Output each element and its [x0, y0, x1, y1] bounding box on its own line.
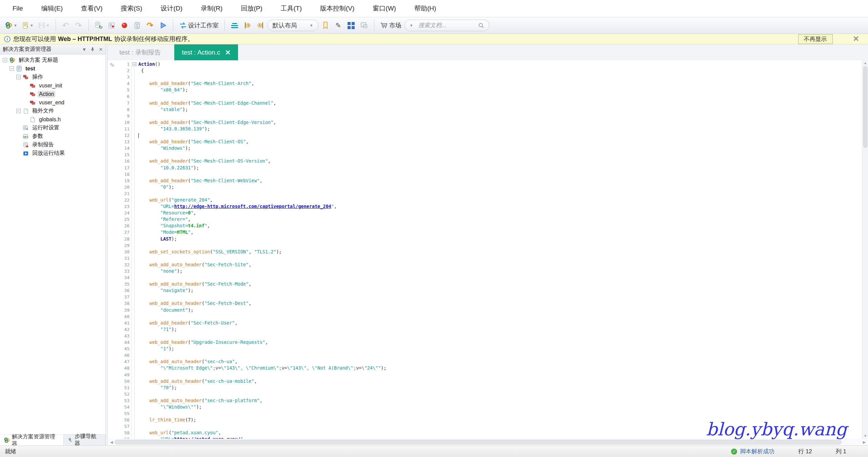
- bookmark-button[interactable]: [320, 19, 331, 32]
- recording-options-button[interactable]: [106, 19, 117, 32]
- line-number: 9: [120, 113, 132, 119]
- collapse-icon[interactable]: −: [16, 75, 21, 79]
- line-number: 56: [120, 417, 132, 423]
- gutter-margin: [108, 281, 120, 287]
- runtime-settings-button[interactable]: [132, 19, 143, 32]
- new-script-button[interactable]: ▼: [20, 19, 35, 32]
- vertical-scroll-thumb[interactable]: [863, 66, 867, 148]
- snapshot-list-button[interactable]: [229, 19, 240, 32]
- tree-item--[interactable]: 运行时设置: [0, 124, 105, 132]
- rings-icon: [9, 57, 15, 63]
- menu-item[interactable]: 查看(V): [72, 2, 112, 15]
- toolbar-separator: [88, 20, 89, 31]
- tree-item--[interactable]: −额外文件: [0, 107, 105, 115]
- prev-step-button[interactable]: [242, 19, 253, 32]
- windows-button[interactable]: [358, 19, 370, 32]
- design-studio-button[interactable]: 设计工作室: [177, 19, 220, 32]
- menu-item[interactable]: 帮助(H): [405, 2, 445, 15]
- undo-button[interactable]: ↶: [60, 19, 72, 32]
- menu-item[interactable]: 编辑(E): [32, 2, 72, 15]
- cart-icon: [380, 22, 388, 29]
- vugen-window: File编辑(E)查看(V)搜索(S)设计(D)录制(R)回放(P)工具(T)版…: [0, 0, 868, 457]
- collapse-icon[interactable]: −: [9, 66, 14, 71]
- code-area[interactable]: 1−Action()2 {34 web_add_header("Sec-Mesh…: [108, 60, 862, 439]
- dismiss-button[interactable]: 不再显示: [798, 34, 833, 44]
- close-icon[interactable]: ✕: [225, 48, 231, 57]
- tree-item--[interactable]: −操作: [0, 73, 105, 81]
- marketplace-button[interactable]: 市场: [378, 19, 403, 32]
- document-tab[interactable]: test : 录制报告: [112, 44, 168, 60]
- redo-button[interactable]: ↷: [73, 19, 84, 32]
- fold-margin: [132, 106, 138, 113]
- code-text: web_add_auto_header("sec-ch-ua-mobile",: [138, 378, 862, 385]
- fold-collapse-icon[interactable]: −: [133, 62, 136, 66]
- replay-button[interactable]: ↷: [144, 19, 156, 32]
- scroll-down-icon[interactable]: ▼: [864, 433, 867, 439]
- code-text: "URL=https://petad.xuan.cyou/",: [138, 436, 862, 439]
- menu-item[interactable]: 设计(D): [152, 2, 192, 15]
- gutter-margin: [108, 171, 120, 178]
- horizontal-scrollbar[interactable]: ◀ ▶: [108, 439, 868, 445]
- annotate-pen-button[interactable]: ✎: [333, 19, 344, 32]
- close-icon[interactable]: ✕: [99, 47, 103, 52]
- line-number: 15: [120, 151, 132, 158]
- run-button[interactable]: [157, 19, 169, 32]
- search-input[interactable]: [418, 22, 473, 29]
- tree-item-test[interactable]: −test: [0, 64, 105, 73]
- search-box[interactable]: ▼: [405, 20, 489, 31]
- scroll-right-icon[interactable]: ▶: [862, 440, 867, 444]
- tree-item--[interactable]: 回放运行结果: [0, 149, 105, 158]
- code-line: 28 LAST);: [108, 236, 862, 242]
- panel-tab-solution-explorer[interactable]: 解决方案资源管理器: [0, 434, 64, 445]
- line-number: 49: [120, 372, 132, 378]
- code-text: [138, 190, 862, 197]
- tree-item--[interactable]: 录制报告: [0, 141, 105, 149]
- pin-icon[interactable]: [91, 47, 95, 52]
- gutter-margin: [108, 151, 120, 158]
- scroll-left-icon[interactable]: ◀: [109, 440, 114, 444]
- gutter-margin: [108, 436, 120, 439]
- code-editor[interactable]: ✎ 1−Action()2 {34 web_add_header("Sec-Me…: [108, 60, 868, 439]
- next-step-button[interactable]: [255, 19, 266, 32]
- line-number: 6: [120, 93, 132, 100]
- vugen-logo-button[interactable]: ▼: [3, 19, 19, 32]
- menu-item[interactable]: 录制(R): [192, 2, 232, 15]
- panel-tab-step-navigator[interactable]: 步骤导航器: [64, 434, 105, 445]
- chevron-down-icon[interactable]: ▼: [82, 47, 86, 52]
- line-number: 26: [120, 223, 132, 229]
- layout-dropdown[interactable]: 默认布局 ▼: [268, 20, 318, 31]
- fold-margin: [132, 417, 138, 423]
- tree-item-globals-h[interactable]: globals.h: [0, 115, 105, 124]
- regenerate-script-button[interactable]: ↻: [93, 19, 104, 32]
- record-button[interactable]: [119, 19, 130, 32]
- menu-item[interactable]: File: [3, 3, 32, 14]
- menu-item[interactable]: 搜索(S): [112, 2, 151, 15]
- code-text: "Snapshot=t4.inf",: [138, 223, 862, 229]
- vertical-scrollbar[interactable]: ▲ ▼: [862, 60, 868, 439]
- tree-item--[interactable]: <P>参数: [0, 132, 105, 141]
- menu-item[interactable]: 窗口(W): [363, 2, 405, 15]
- save-button[interactable]: ▼: [37, 19, 52, 32]
- code-line: 18: [108, 171, 862, 178]
- code-line: 15: [108, 151, 862, 158]
- tree-item-vuser_init[interactable]: vuser_init: [0, 81, 105, 90]
- notification-message: 您现在可以使用Web – HTTP/HTML协议录制任何移动应用程序。: [13, 35, 194, 43]
- collapse-icon[interactable]: −: [3, 58, 7, 62]
- collapse-icon[interactable]: −: [16, 109, 21, 113]
- fold-margin: [132, 339, 138, 346]
- thumbnails-button[interactable]: [346, 19, 357, 32]
- gutter-margin: [108, 223, 120, 229]
- line-number: 8: [120, 106, 132, 113]
- code-text: web_add_header("Sec-Mesh-Client-Arch",: [138, 80, 862, 87]
- menu-item[interactable]: 版本控制(V): [311, 2, 363, 15]
- menu-item[interactable]: 回放(P): [232, 2, 271, 15]
- scroll-up-icon[interactable]: ▲: [864, 60, 867, 66]
- tree-item--[interactable]: −解决方案 无标题: [0, 56, 105, 64]
- tree-item-action[interactable]: Action: [0, 90, 105, 98]
- fold-margin: [132, 372, 138, 378]
- tree-item-vuser_end[interactable]: vuser_end: [0, 98, 105, 107]
- horizontal-scroll-thumb[interactable]: [115, 440, 842, 444]
- menu-item[interactable]: 工具(T): [272, 2, 311, 15]
- document-tab[interactable]: test : Action.c✕: [174, 44, 238, 60]
- close-icon[interactable]: ✕: [853, 35, 859, 43]
